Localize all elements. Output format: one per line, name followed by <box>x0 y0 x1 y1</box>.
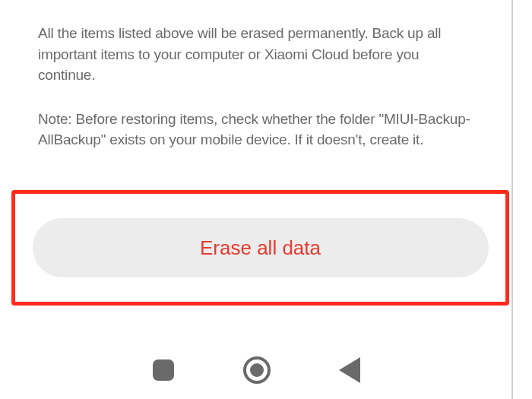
navigation-bar <box>0 356 513 384</box>
back-button[interactable] <box>339 357 360 383</box>
home-button[interactable] <box>243 356 271 384</box>
circle-icon <box>243 356 271 384</box>
square-icon <box>153 359 174 381</box>
circle-inner-icon <box>250 363 264 377</box>
triangle-back-icon <box>339 357 360 383</box>
recent-apps-button[interactable] <box>153 359 174 381</box>
note-text: Note: Before restoring items, check whet… <box>0 86 511 150</box>
highlight-box: Erase all data <box>11 190 509 306</box>
erase-all-data-button[interactable]: Erase all data <box>33 218 489 277</box>
warning-text: All the items listed above will be erase… <box>0 0 511 86</box>
